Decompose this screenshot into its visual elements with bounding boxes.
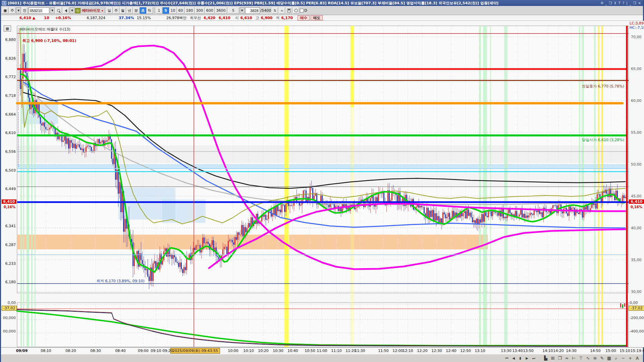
time-axis[interactable]: 2025/09/09(화) 09:43:55 09/0908:1008:2008… [1, 347, 643, 354]
signal-stripe [288, 26, 289, 347]
period-button-주[interactable]: 주 [113, 7, 119, 14]
zigzag-button[interactable]: ≈ [279, 7, 285, 14]
buy-button[interactable]: 매수 [298, 15, 310, 20]
d-checkbox[interactable] [300, 9, 304, 12]
chart-area[interactable]: ▦ 메타바이오메드 매물대 수(13) 최고 6,900 (-7,10%, 08… [1, 21, 644, 347]
prev-bar-button[interactable]: ◀ [511, 355, 517, 361]
next-bar-button[interactable]: ▶ [524, 355, 530, 361]
pin-icon[interactable]: ⊼ [614, 1, 616, 5]
day-open-annotation: 당일시가 6,610 (3,28%) [582, 137, 624, 142]
layout-icon[interactable]: ▙ [543, 355, 549, 361]
interval-button-10[interactable]: 10 [169, 7, 177, 14]
time-tick-label: 15:19:4 [631, 349, 644, 353]
interval-button-180[interactable]: 180 [185, 7, 195, 14]
sell-button[interactable]: 매도 [311, 15, 323, 20]
fib-icon[interactable]: ⊤ [578, 355, 584, 361]
gear-icon [294, 9, 298, 12]
prev-stock-button[interactable]: 전 [21, 7, 28, 14]
interval-button-600[interactable]: 600 [205, 7, 215, 14]
save-button[interactable] [286, 7, 292, 14]
trendline-icon[interactable]: ⊢ [571, 355, 577, 361]
zoom-select-arrow-icon[interactable]: ▼ [240, 7, 245, 14]
pen-icon[interactable]: ✎ [599, 355, 605, 361]
sound-arrow-icon[interactable]: ▼ [70, 7, 74, 14]
zoom-select[interactable]: 5 [228, 7, 239, 14]
signal-stripe [483, 26, 487, 347]
interval-button-group: 1510601803006003600 [156, 7, 227, 14]
cycle-select[interactable]: 주 [9, 7, 15, 14]
play-button[interactable]: ▮ [517, 355, 523, 361]
time-tick-label: 12:10 [402, 349, 413, 353]
chart-toolbar: ▣ 주 ▼ 전 ▼ ▼ 신 메타바이오 ▾ 일주월년분초틱 1510601803… [1, 6, 643, 15]
settings-button[interactable] [293, 7, 299, 14]
chart-style-icon[interactable]: ▦ [606, 355, 612, 361]
cascade-icon[interactable]: ❐ [557, 355, 563, 361]
zoom-icon[interactable]: ⌕ [613, 355, 619, 361]
bar-total-label: /5400 [261, 8, 271, 13]
sound-button[interactable] [63, 7, 69, 14]
percent-axis-label: 65,00 [631, 67, 642, 71]
low-price: 6,170 [281, 16, 293, 20]
signal-stripe [31, 26, 33, 347]
cycle-select-arrow-icon[interactable]: ▼ [16, 7, 21, 14]
time-tick-label: 11:30 [355, 349, 365, 353]
current-price-box-right: 6,410 [629, 199, 644, 204]
session-high-annotation: 최고 6,900 (-7,10%, 08:01) [22, 38, 76, 43]
percent-axis-label: 30,00 [631, 290, 642, 294]
font-icon[interactable]: A [634, 355, 640, 361]
time-tick-label: 11:00 [317, 349, 327, 353]
popout-icon[interactable]: ⧉ [601, 1, 603, 5]
window-menu-button[interactable]: ▣ [2, 7, 8, 14]
signal-stripe [601, 26, 603, 347]
period-button-년[interactable]: 년 [126, 7, 133, 14]
text-tool-icon[interactable]: T [619, 1, 621, 5]
signal-stripe [490, 26, 491, 347]
period-button-월[interactable]: 월 [120, 7, 126, 14]
time-tick-label: 15:00 [605, 349, 616, 353]
first-bar-button[interactable]: ⏮ [504, 355, 510, 361]
interval-button-300[interactable]: 300 [195, 7, 205, 14]
interval-button-1[interactable]: 1 [156, 7, 162, 14]
period-button-일[interactable]: 일 [106, 7, 113, 14]
d-checkbox-label: D [304, 8, 307, 13]
help-icon[interactable]: ? [623, 1, 624, 5]
stock-code-input[interactable] [29, 7, 49, 14]
interval-button-3600[interactable]: 3600 [215, 7, 227, 14]
interval-button-60[interactable]: 60 [177, 7, 184, 14]
search-button[interactable] [55, 7, 62, 14]
period-button-분[interactable]: 분 [133, 7, 140, 14]
period-button-초[interactable]: 초 [140, 7, 146, 14]
volume-profile-grid-button[interactable]: ▦ [4, 25, 11, 32]
minimize-panel-icon[interactable]: _ [605, 1, 607, 5]
change-arrow-icon: ▲ [33, 16, 35, 20]
bar-count-input[interactable] [245, 7, 260, 14]
pattern-icon[interactable]: ≋ [592, 355, 598, 361]
restore-icon[interactable]: ❒ [633, 1, 636, 5]
save-icon [287, 9, 291, 12]
price-axis-label: 6,449 [1, 187, 16, 191]
chart-canvas[interactable] [1, 21, 644, 347]
speaker-icon [65, 9, 67, 12]
hc-label: HC:-7,10 [630, 25, 644, 30]
low-label: 저 [276, 15, 279, 20]
zigzag-icon[interactable]: ≈ [564, 355, 570, 361]
wave-icon[interactable]: ∿ [585, 355, 591, 361]
price-axis-label: 6,287 [1, 243, 16, 247]
time-tick-label: 11:10 [331, 349, 342, 353]
period-button-틱[interactable]: 틱 [147, 7, 153, 14]
signal-stripe [479, 26, 481, 347]
last-bar-button[interactable]: ⏭ [531, 355, 537, 361]
lower-axis-label-left: 00,000 [1, 329, 16, 334]
window-titlebar[interactable]: 1 [0601] 주식종합차트 - 유통비율[76.0] 거래대금[26,978… [1, 0, 643, 6]
minimize-icon[interactable]: _ [630, 1, 631, 5]
time-tick-label: 14:30 [566, 349, 577, 353]
compare-button[interactable]: ⇅ [272, 7, 278, 14]
grid-add-icon[interactable]: ⊞ [550, 355, 556, 361]
close-icon[interactable]: ✕ [638, 1, 641, 5]
time-tick-label: 13:40 [512, 349, 523, 353]
code-select-arrow-icon[interactable]: ▼ [50, 7, 55, 14]
interval-button-5[interactable]: 5 [163, 7, 169, 14]
zoom-out-icon[interactable]: − [620, 355, 626, 361]
duplicate-icon[interactable]: ❐ [609, 1, 612, 5]
zoom-in-icon[interactable]: + [627, 355, 633, 361]
